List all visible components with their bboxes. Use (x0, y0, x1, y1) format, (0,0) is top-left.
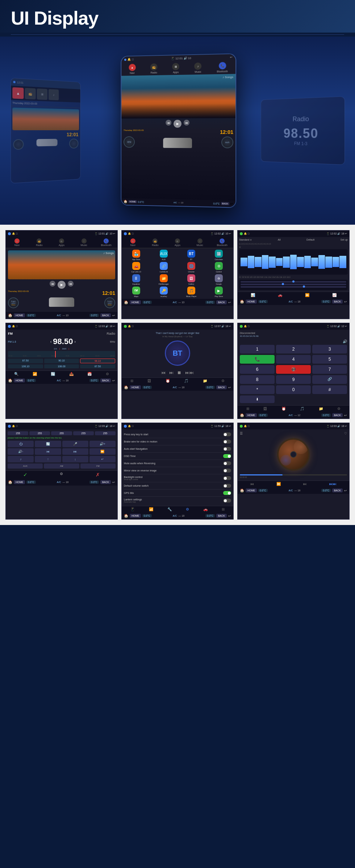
radio-icon-export[interactable]: 📤 (69, 372, 74, 376)
phone-icon-grid[interactable]: ⊞ (246, 407, 249, 411)
toggle-press-key[interactable] (223, 432, 231, 436)
bt-icon-file[interactable]: 📁 (203, 379, 207, 383)
phone-icon-settings[interactable]: ⚙ (337, 407, 341, 411)
mp-menu-icon[interactable]: ☰ (240, 432, 243, 435)
key-4[interactable]: 4 (276, 355, 311, 364)
eq-icon-bars[interactable]: 📊 (251, 293, 255, 297)
preset-1[interactable]: 87.50 (8, 359, 43, 363)
sw-home-btn[interactable]: HOME (14, 480, 25, 484)
radio-home-btn[interactable]: HOME (14, 378, 25, 382)
key-3[interactable]: 3 (312, 345, 347, 353)
settings-icon-extra[interactable]: ⊞ (222, 507, 225, 511)
apps-apps[interactable]: ⊞Apps (166, 237, 189, 248)
mp-heart-icon[interactable]: ♡ (344, 432, 347, 435)
apps-navi[interactable]: ▲Navi (122, 237, 144, 248)
back-btn[interactable]: BACK (100, 313, 111, 317)
eq-icon-ff[interactable]: ⏩ (305, 293, 309, 297)
phone-icon-image[interactable]: 🖼 (263, 407, 267, 411)
key-end[interactable]: 📵 (276, 365, 311, 374)
nav-tab-apps[interactable]: ⊞Apps (50, 237, 73, 248)
settings-icon-wifi[interactable]: 📶 (149, 507, 153, 511)
key-link[interactable]: 🔗 (312, 375, 347, 384)
key-1[interactable]: 1 (240, 345, 275, 353)
eq-standard[interactable]: Standard ∨ (239, 238, 252, 241)
nav-tab-bt[interactable]: 📞Bluetooth (95, 237, 117, 248)
sw-btn-am[interactable]: AM (44, 463, 79, 469)
phone-back-btn[interactable]: BACK (332, 413, 343, 417)
sw-btn-down[interactable]: ↓ (62, 456, 88, 462)
key-7[interactable]: 7 (312, 365, 347, 374)
radio-icon-settings[interactable]: ⚙ (106, 372, 109, 376)
key-star[interactable]: * (240, 385, 275, 394)
mp-icon-prev[interactable]: ⏮ (250, 482, 254, 486)
settings-icon-phone[interactable]: 📱 (130, 507, 135, 511)
key-hash[interactable]: # (312, 385, 347, 394)
bt-next[interactable]: ⏭⏭ (185, 370, 194, 375)
sw-btn-seek[interactable]: ⏩ (89, 448, 116, 455)
nav-tab-music[interactable]: ♪Music (73, 237, 95, 248)
app-calc[interactable]: 🔢Calculator (206, 250, 232, 261)
radio-prev-btn[interactable]: ‹ (50, 340, 51, 344)
sw-btn-voldown[interactable]: 🔊- (8, 448, 34, 455)
key-5[interactable]: 5 (312, 355, 347, 364)
toggle-default-vol[interactable] (223, 484, 231, 488)
phone-icon-clock[interactable]: ⏰ (281, 407, 286, 411)
eq-setup[interactable]: Set up (341, 238, 348, 241)
bt-icon-settings[interactable]: ⚙ (221, 379, 225, 383)
preset-2[interactable]: 90.10 (44, 359, 79, 363)
apps-home-btn[interactable]: HOME (130, 300, 141, 304)
app-aux[interactable]: AUXAUX (151, 250, 177, 261)
nav-tab-navi[interactable]: ▲Navi (6, 237, 28, 248)
bt-rewind[interactable]: ⏮ (161, 370, 166, 375)
toggle-osd-time[interactable] (223, 454, 231, 458)
mp-home-btn[interactable]: HOME (246, 488, 257, 492)
mp-icon-ff[interactable]: ⏩ (276, 482, 281, 486)
sw-cancel-btn[interactable]: ✗ (96, 472, 100, 478)
key-8[interactable]: 8 (240, 375, 275, 384)
sw-btn-volup[interactable]: 🔊+ (89, 441, 116, 447)
bt-stop[interactable]: ⏹ (177, 370, 181, 375)
app-maps[interactable]: 🗺Maps (123, 287, 149, 297)
mp-icon-next[interactable]: ⏭⏭ (329, 482, 337, 486)
key-0[interactable]: 0 (276, 385, 311, 394)
app-bt[interactable]: BTBT (178, 250, 204, 261)
settings-icon-car[interactable]: 🚗 (203, 507, 208, 511)
toggle-auto-nav[interactable] (223, 447, 231, 451)
app-mcxkey[interactable]: 🔑mcxKey (151, 287, 177, 297)
sw-btn-next[interactable]: ⏭ (62, 448, 88, 455)
bt-icon-music[interactable]: 🎵 (184, 379, 188, 383)
settings-icon-gear[interactable]: ⚙ (186, 507, 189, 511)
sw-btn-mode[interactable]: ♪ (8, 456, 34, 462)
settings-icon-tool[interactable]: 🔧 (167, 507, 172, 511)
app-playstore[interactable]: ▶Play Store (206, 287, 232, 297)
radio-icon-wave[interactable]: 📶 (33, 372, 37, 376)
sw-back-btn[interactable]: BACK (100, 480, 111, 484)
toggle-gps-mix[interactable] (223, 491, 231, 495)
eq-home-btn[interactable]: HOME (246, 300, 257, 304)
radio-icon-calendar[interactable]: 📅 (87, 372, 92, 376)
key-6[interactable]: 6 (240, 365, 275, 374)
bt-home-btn[interactable]: HOME (130, 385, 141, 389)
radio-next-btn[interactable]: › (74, 340, 75, 344)
key-call[interactable]: 📞 (240, 355, 275, 364)
key-9[interactable]: 9 (276, 375, 311, 384)
toggle-lantern[interactable] (223, 499, 231, 503)
app-appstore[interactable]: 🏪App Store (123, 250, 149, 261)
app-gallery[interactable]: 🖼Gallery (178, 274, 204, 285)
app-carbitlink[interactable]: 🔗CarbitLink (151, 262, 177, 273)
toggle-mirror-view[interactable] (223, 469, 231, 473)
app-musicplayer[interactable]: 🎵Music Player (178, 287, 204, 297)
play-btn[interactable]: ▶ (58, 281, 66, 289)
toggle-mute-reverse[interactable] (223, 461, 231, 465)
sw-btn-extra[interactable]: ↵ (89, 456, 116, 462)
mp-back-btn[interactable]: BACK (332, 488, 343, 492)
preset-4[interactable]: 106.10 (8, 364, 43, 368)
apps-back-btn[interactable]: BACK (216, 300, 227, 304)
prev-btn[interactable]: ⏮ (50, 281, 55, 287)
app-files[interactable]: 📁FileManager (151, 274, 177, 285)
key-down[interactable]: ⬇ (240, 395, 275, 403)
sw-btn-fm[interactable]: FM (80, 463, 116, 469)
settings-home-btn[interactable]: HOME (130, 514, 141, 518)
app-chrome[interactable]: 🌐Chrome (178, 262, 204, 273)
phone-icon-music[interactable]: 🎵 (300, 407, 304, 411)
